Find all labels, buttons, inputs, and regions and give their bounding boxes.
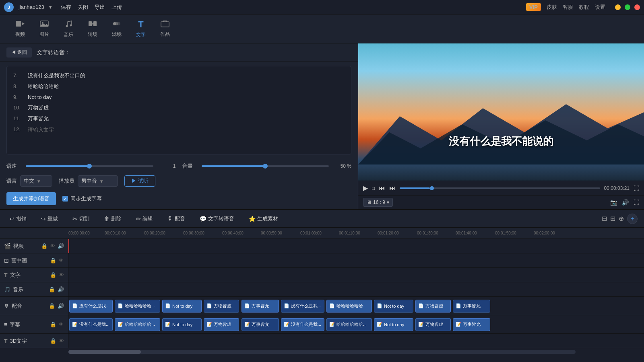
audio-button[interactable]: 🎙 配音 (164, 214, 188, 224)
clip-dubbing-9[interactable]: 📄 万物皆虚 (415, 300, 451, 313)
clip-dubbing-10[interactable]: 📄 万事皆允 (453, 300, 490, 313)
toolbar-text[interactable]: T 文字 (129, 16, 153, 41)
maximize-button[interactable] (625, 4, 630, 10)
sub-clip-icon4: 📝 (206, 322, 212, 327)
edit-button[interactable]: ✏ 编辑 (133, 214, 156, 224)
eye-icon[interactable]: 👁 (50, 243, 55, 249)
clip-icon5: 📄 (244, 303, 250, 309)
sync-subtitle-label[interactable]: 同步生成字幕 (62, 195, 102, 202)
redo-button[interactable]: ↪ 重做 (38, 214, 61, 224)
progress-bar[interactable] (400, 187, 600, 189)
language-select[interactable]: 中文 ▾ (20, 175, 52, 187)
clip-dubbing-7[interactable]: 📄 哈哈哈哈哈哈... (326, 300, 372, 313)
new-text-input[interactable] (28, 125, 345, 134)
clip-sub-9[interactable]: 📝 万物皆虚 (415, 318, 451, 331)
skin-btn[interactable]: 皮肤 (547, 4, 557, 11)
fit-button[interactable]: ⊞ (610, 215, 615, 222)
clip-dubbing-1[interactable]: 📄 没有什么是我... (69, 300, 113, 313)
list-item-new[interactable]: 12. (13, 124, 345, 135)
ruler-mark-7: 00:01:10:00 (339, 231, 360, 235)
audio-icon3[interactable]: 🔊 (58, 303, 64, 309)
toolbar-video[interactable]: 视频 (8, 17, 32, 41)
clip-sub-1[interactable]: 📝 没有什么是我... (69, 318, 113, 331)
lock-icon7[interactable]: 🔒 (50, 338, 56, 344)
progress-fill (400, 187, 430, 189)
clip-dubbing-4[interactable]: 📄 万物皆虚 (204, 300, 239, 313)
undo-button[interactable]: ↩ 撤销 (6, 214, 30, 224)
settings-btn[interactable]: 设置 (595, 4, 605, 11)
close-button[interactable] (634, 4, 640, 10)
generate-button[interactable]: 生成并添加语音 (6, 192, 56, 205)
next-button[interactable]: ⏭ (389, 185, 396, 192)
lock-icon5[interactable]: 🔒 (49, 303, 55, 309)
add-track-button[interactable]: + (627, 214, 638, 224)
clip-sub-3[interactable]: 📝 Not to day (162, 318, 202, 331)
menu-save[interactable]: 保存 (61, 4, 71, 11)
toolbar-music[interactable]: 音乐 (56, 16, 80, 41)
clip-sub-8[interactable]: 📝 Not to day (374, 318, 413, 331)
toolbar-works[interactable]: 作品 (153, 17, 177, 41)
line-content: 哈哈哈哈哈哈 (28, 82, 59, 91)
audio-icon[interactable]: 🔊 (58, 243, 64, 249)
cut-button[interactable]: ✂ 切割 (69, 214, 93, 224)
menu-export[interactable]: 导出 (95, 4, 105, 11)
expand-icon[interactable]: ⛶ (634, 185, 639, 191)
tutorial-btn[interactable]: 教程 (579, 4, 589, 11)
eye-icon3[interactable]: 👁 (59, 272, 64, 278)
clip-dubbing-2[interactable]: 📄 哈哈哈哈哈哈... (115, 300, 160, 313)
lock-icon6[interactable]: 🔒 (50, 321, 56, 327)
minimize-button[interactable] (615, 4, 621, 10)
audio-icon2[interactable]: 🔊 (58, 286, 64, 292)
speed-track[interactable] (26, 165, 153, 167)
prev-button[interactable]: ⏮ (379, 185, 385, 192)
menu-upload[interactable]: 上传 (111, 4, 122, 11)
timeline-scrollbar[interactable] (68, 350, 576, 354)
clip-sub-10[interactable]: 📝 万事皆允 (453, 318, 490, 331)
stop-button[interactable]: □ (372, 185, 375, 191)
toolbar-transition[interactable]: 转场 (80, 17, 105, 41)
sync-subtitle-text: 同步生成字幕 (70, 195, 102, 202)
zoom-out-button[interactable]: ⊟ (602, 215, 607, 222)
clip-sub-6[interactable]: 📝 没有什么是我... (281, 318, 324, 331)
vip-badge[interactable]: VIP (526, 3, 541, 11)
zoom-in-button[interactable]: ⊕ (619, 215, 624, 222)
player-select[interactable]: 男中音 ▾ (78, 175, 118, 187)
menu-close[interactable]: 关闭 (78, 4, 88, 11)
sync-subtitle-checkbox[interactable] (62, 196, 68, 202)
clip-dubbing-5[interactable]: 📄 万事皆允 (242, 300, 279, 313)
tts-button[interactable]: 💬 文字转语音 (196, 214, 237, 224)
clip-dubbing-6[interactable]: 📄 没有什么是我... (281, 300, 324, 313)
clip-icon: 📄 (72, 303, 78, 309)
toolbar-image[interactable]: 图片 (32, 17, 56, 41)
svg-rect-11 (161, 22, 169, 27)
screenshot-button[interactable]: 📷 (610, 199, 617, 206)
eye-icon5[interactable]: 👁 (59, 321, 64, 327)
subtitle-icon: ≡ (4, 321, 7, 327)
back-button[interactable]: ◀ 返回 (6, 47, 32, 58)
dropdown-icon[interactable]: ▾ (49, 4, 52, 10)
volume-button[interactable]: 🔊 (622, 199, 629, 206)
panel-header: ◀ 返回 文字转语音： (0, 43, 358, 62)
support-btn[interactable]: 客服 (563, 4, 573, 11)
clip-dubbing-8[interactable]: 📄 Not to day (374, 300, 413, 313)
eye-icon6[interactable]: 👁 (59, 338, 64, 344)
lock-icon4[interactable]: 🔒 (49, 286, 55, 292)
trial-button[interactable]: ▶ 试听 (124, 175, 155, 187)
toolbar-filter[interactable]: 滤镜 (105, 17, 129, 41)
eye-icon2[interactable]: 👁 (59, 257, 64, 263)
clip-dubbing-3[interactable]: 📄 Not to day (162, 300, 202, 313)
clip-sub-5[interactable]: 📝 万事皆允 (242, 318, 279, 331)
clip-sub-2[interactable]: 📝 哈哈哈哈哈哈... (115, 318, 160, 331)
clip-sub-4[interactable]: 📝 万物皆虚 (204, 318, 239, 331)
clip-sub-7[interactable]: 📝 哈哈哈哈哈哈... (326, 318, 372, 331)
delete-button[interactable]: 🗑 删除 (101, 214, 125, 224)
play-button[interactable]: ▶ (363, 184, 368, 192)
generate-material-button[interactable]: ⭐ 生成素材 (246, 214, 281, 224)
lock-icon[interactable]: 🔒 (41, 243, 47, 249)
lock-icon3[interactable]: 🔒 (50, 272, 56, 278)
volume-track[interactable] (202, 165, 329, 167)
lock-icon2[interactable]: 🔒 (50, 257, 56, 263)
scrollbar-thumb[interactable] (68, 350, 141, 354)
aspect-ratio-select[interactable]: 🖥 16 : 9 ▾ (363, 198, 393, 207)
fullscreen-button[interactable]: ⛶ (634, 199, 639, 206)
